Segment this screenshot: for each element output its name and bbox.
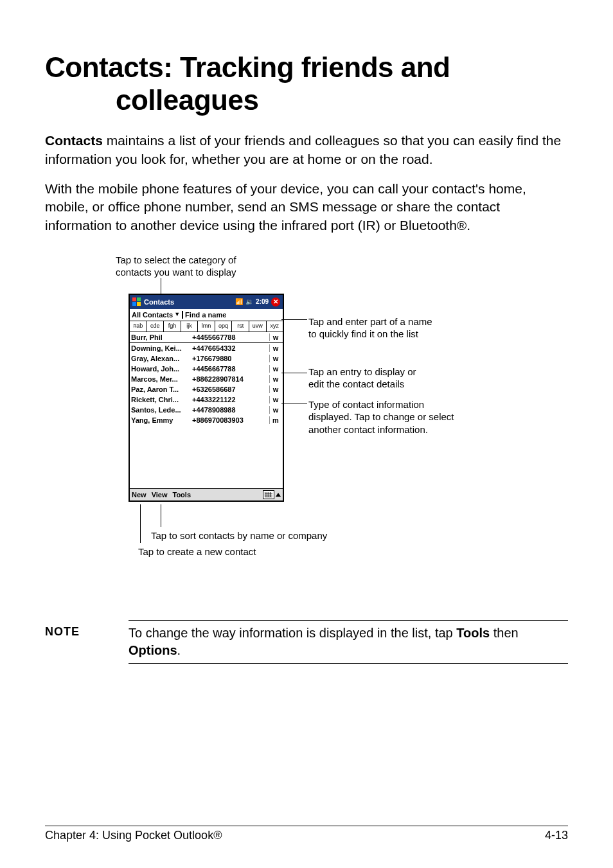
para1-rest: maintains a list of your friends and col… bbox=[45, 133, 561, 166]
caption-sort: Tap to sort contacts by name or company bbox=[151, 530, 327, 541]
contact-name: Howard, Joh... bbox=[131, 365, 192, 373]
contact-row[interactable]: Howard, Joh... +4456667788 w bbox=[130, 364, 283, 374]
caption-category-l1: Tap to select the category of bbox=[116, 254, 236, 265]
contact-row[interactable]: Yang, Emmy +886970083903 m bbox=[130, 415, 283, 425]
contacts-lead: Contacts bbox=[45, 133, 103, 148]
note-text-3: . bbox=[177, 643, 181, 657]
app-title: Contacts bbox=[144, 298, 174, 306]
device-screenshot: Contacts 2:09 ✕ All Contacts ▼ Find a na… bbox=[129, 294, 284, 502]
keyboard-icon[interactable] bbox=[263, 490, 274, 499]
contact-type[interactable]: w bbox=[269, 365, 281, 373]
contact-name: Downing, Kei... bbox=[131, 344, 192, 352]
contact-number: +4456667788 bbox=[192, 365, 269, 373]
leader-line-type bbox=[281, 403, 307, 403]
contact-row[interactable]: Santos, Lede... +4478908988 w bbox=[130, 405, 283, 415]
contact-number: +886970083903 bbox=[192, 416, 269, 424]
caption-find-l2: to quickly find it on the list bbox=[308, 328, 418, 339]
find-name-input[interactable]: Find a name bbox=[182, 311, 283, 319]
contact-name: Burr, Phil bbox=[131, 333, 192, 341]
contact-row[interactable]: Paz, Aaron T... +6326586687 w bbox=[130, 384, 283, 394]
alpha-tab[interactable]: opq bbox=[215, 321, 233, 332]
contact-type[interactable]: w bbox=[269, 385, 281, 393]
menu-view[interactable]: View bbox=[152, 491, 168, 499]
caption-category-l2: contacts you want to display bbox=[116, 267, 236, 278]
title-line2: colleagues bbox=[45, 84, 568, 117]
alpha-tab[interactable]: #ab bbox=[130, 321, 147, 332]
alpha-tab[interactable]: uvw bbox=[249, 321, 267, 332]
command-bar: New View Tools bbox=[130, 488, 283, 500]
contact-row[interactable]: Rickett, Chri... +4433221122 w bbox=[130, 394, 283, 405]
contact-number: +176679880 bbox=[192, 355, 269, 362]
contact-number: +4476654332 bbox=[192, 344, 269, 352]
caption-entry-l1: Tap an entry to display or bbox=[308, 366, 416, 377]
alpha-tab[interactable]: xyz bbox=[267, 321, 283, 332]
contact-number: +6326586687 bbox=[192, 385, 269, 393]
caption-find: Tap and enter part of a name to quickly … bbox=[308, 315, 488, 341]
contact-number: +4478908988 bbox=[192, 406, 269, 414]
category-dropdown[interactable]: All Contacts ▼ bbox=[130, 311, 182, 319]
figure-area: Tap to select the category of contacts y… bbox=[45, 254, 568, 594]
input-selector-icon[interactable] bbox=[276, 493, 281, 497]
contact-number: +4455667788 bbox=[192, 333, 269, 341]
contact-name: Rickett, Chri... bbox=[131, 396, 192, 403]
contact-type[interactable]: w bbox=[269, 406, 281, 414]
page-title: Contacts: Tracking friends and colleague… bbox=[45, 51, 568, 116]
contact-type[interactable]: w bbox=[269, 396, 281, 403]
contact-name: Paz, Aaron T... bbox=[131, 385, 192, 393]
contact-name: Santos, Lede... bbox=[131, 406, 192, 414]
leader-line-sort bbox=[161, 504, 161, 527]
contact-number: +886228907814 bbox=[192, 375, 269, 383]
leader-line-find bbox=[281, 319, 307, 320]
contact-row[interactable]: Burr, Phil +4455667788 w bbox=[130, 332, 283, 343]
contact-number: +4433221122 bbox=[192, 396, 269, 403]
leader-line-entry bbox=[281, 373, 307, 373]
note-bold-tools: Tools bbox=[456, 626, 490, 640]
alpha-index[interactable]: #ab cde fgh ijk lmn opq rst uvw xyz bbox=[130, 321, 283, 332]
caption-entry: Tap an entry to display or edit the cont… bbox=[308, 366, 488, 391]
contact-type[interactable]: w bbox=[269, 355, 281, 362]
contact-name: Gray, Alexan... bbox=[131, 355, 192, 362]
contact-name: Marcos, Mer... bbox=[131, 375, 192, 383]
caption-find-l1: Tap and enter part of a name bbox=[308, 316, 432, 327]
chevron-down-icon: ▼ bbox=[174, 312, 180, 318]
intro-paragraph-2: With the mobile phone features of your d… bbox=[45, 180, 568, 235]
title-bar[interactable]: Contacts 2:09 ✕ bbox=[130, 295, 283, 309]
category-label: All Contacts bbox=[132, 311, 173, 319]
caption-category: Tap to select the category of contacts y… bbox=[116, 254, 257, 279]
alpha-tab[interactable]: rst bbox=[232, 321, 249, 332]
contact-row[interactable]: Marcos, Mer... +886228907814 w bbox=[130, 374, 283, 384]
note-body: To change the way information is display… bbox=[129, 624, 568, 659]
menu-tools[interactable]: Tools bbox=[173, 491, 191, 499]
leader-line-new bbox=[140, 504, 141, 543]
page-footer: Chapter 4: Using Pocket Outlook® 4-13 bbox=[45, 826, 568, 842]
contact-name: Yang, Emmy bbox=[131, 416, 192, 424]
footer-right: 4-13 bbox=[545, 829, 568, 842]
contact-type[interactable]: w bbox=[269, 375, 281, 383]
signal-icon bbox=[235, 298, 243, 305]
caption-type-l2: displayed. Tap to change or select bbox=[308, 411, 454, 422]
caption-new: Tap to create a new contact bbox=[138, 546, 256, 557]
contact-list: Burr, Phil +4455667788 w Downing, Kei...… bbox=[130, 332, 283, 479]
alpha-tab[interactable]: fgh bbox=[164, 321, 181, 332]
alpha-tab[interactable]: ijk bbox=[181, 321, 199, 332]
contact-type[interactable]: m bbox=[269, 416, 281, 424]
caption-type-l1: Type of contact information bbox=[308, 399, 424, 410]
footer-left: Chapter 4: Using Pocket Outlook® bbox=[45, 829, 222, 842]
menu-new[interactable]: New bbox=[132, 491, 147, 499]
contact-type[interactable]: w bbox=[269, 333, 281, 341]
start-icon[interactable] bbox=[132, 297, 141, 306]
caption-type: Type of contact information displayed. T… bbox=[308, 398, 488, 436]
note-label: NOTE bbox=[45, 620, 103, 639]
contact-row[interactable]: Downing, Kei... +4476654332 w bbox=[130, 343, 283, 353]
close-icon[interactable]: ✕ bbox=[271, 297, 280, 306]
clock: 2:09 bbox=[256, 298, 269, 305]
alpha-tab[interactable]: cde bbox=[147, 321, 164, 332]
speaker-icon bbox=[245, 298, 253, 305]
title-line1: Contacts: Tracking friends and bbox=[45, 51, 450, 83]
contact-row[interactable]: Gray, Alexan... +176679880 w bbox=[130, 353, 283, 364]
alpha-tab[interactable]: lmn bbox=[198, 321, 215, 332]
note-block: NOTE To change the way information is di… bbox=[45, 620, 568, 664]
contact-type[interactable]: w bbox=[269, 344, 281, 352]
note-text-1: To change the way information is display… bbox=[129, 626, 456, 640]
intro-paragraph-1: Contacts maintains a list of your friend… bbox=[45, 132, 568, 168]
